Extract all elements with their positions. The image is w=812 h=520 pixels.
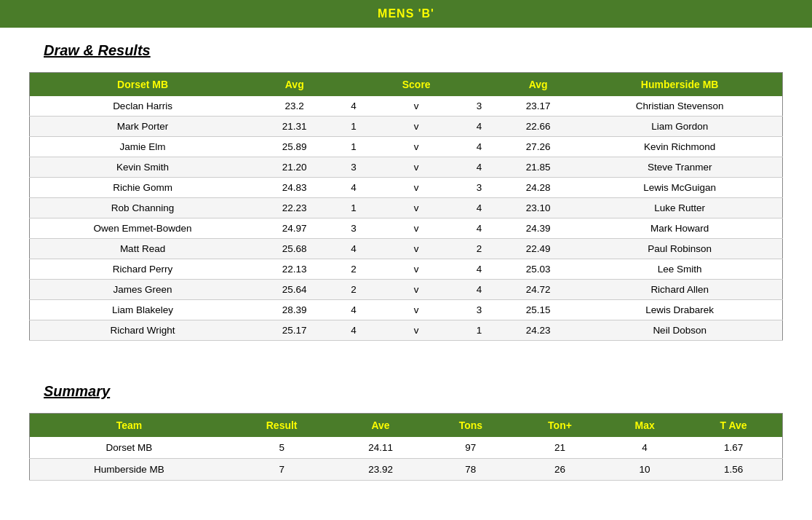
col-humberside-mb: Humberside MB [577, 73, 782, 97]
table-row: Owen Emmet-Bowden 24.97 3 v 4 24.39 Mark… [30, 218, 783, 239]
summary-team: Dorset MB [30, 437, 228, 459]
left-avg: 21.20 [255, 157, 333, 178]
summary-col-header: T Ave [685, 414, 782, 438]
left-score: 3 [333, 218, 373, 239]
left-player: Mark Porter [30, 117, 256, 137]
vs: v [373, 218, 459, 239]
left-avg: 21.31 [255, 117, 333, 137]
table-row: Liam Blakeley 28.39 4 v 3 25.15 Lewis Dr… [30, 300, 783, 320]
left-score: 1 [333, 137, 373, 157]
left-avg: 24.83 [255, 178, 333, 198]
right-avg: 24.23 [499, 320, 577, 341]
right-score: 4 [459, 137, 499, 157]
right-avg: 23.10 [499, 198, 577, 218]
right-player: Luke Rutter [577, 198, 782, 218]
left-player: Kevin Smith [30, 157, 256, 178]
left-avg: 25.17 [255, 320, 333, 341]
table-row: Richie Gomm 24.83 4 v 3 24.28 Lewis McGu… [30, 178, 783, 198]
right-avg: 24.72 [499, 280, 577, 300]
table-row: Richard Wright 25.17 4 v 1 24.23 Neil Do… [30, 320, 783, 341]
right-avg: 27.26 [499, 137, 577, 157]
right-avg: 24.39 [499, 218, 577, 239]
vs: v [373, 157, 459, 178]
col-avg-left: Avg [255, 73, 333, 97]
section2-title: Summary [44, 383, 812, 400]
right-player: Liam Gordon [577, 117, 782, 137]
right-player: Mark Howard [577, 218, 782, 239]
right-avg: 23.17 [499, 96, 577, 117]
left-player: Jamie Elm [30, 137, 256, 157]
left-player: James Green [30, 280, 256, 300]
summary-col-header: Ave [335, 414, 426, 438]
right-player: Neil Dobson [577, 320, 782, 341]
right-avg: 22.49 [499, 239, 577, 259]
section1-title: Draw & Results [44, 42, 812, 59]
left-score: 2 [333, 280, 373, 300]
summary-table: TeamResultAveTonsTon+MaxT Ave Dorset MB … [29, 413, 783, 481]
summary-ton-plus: 21 [515, 437, 605, 459]
summary-col-header: Max [605, 414, 685, 438]
right-score: 3 [459, 96, 499, 117]
summary-col-header: Tons [426, 414, 515, 438]
left-avg: 28.39 [255, 300, 333, 320]
summary-tons: 97 [426, 437, 515, 459]
right-score: 4 [459, 218, 499, 239]
summary-col-header: Team [30, 414, 228, 438]
right-score: 3 [459, 300, 499, 320]
summary-result: 7 [228, 459, 335, 481]
right-score: 4 [459, 157, 499, 178]
left-player: Owen Emmet-Bowden [30, 218, 256, 239]
vs: v [373, 259, 459, 280]
vs: v [373, 96, 459, 117]
right-player: Steve Tranmer [577, 157, 782, 178]
summary-t-ave: 1.56 [685, 459, 782, 481]
vs: v [373, 320, 459, 341]
left-score: 2 [333, 259, 373, 280]
vs: v [373, 178, 459, 198]
right-player: Christian Stevenson [577, 96, 782, 117]
table-row: Matt Read 25.68 4 v 2 22.49 Paul Robinso… [30, 239, 783, 259]
col-score: Score [373, 73, 459, 97]
right-player: Richard Allen [577, 280, 782, 300]
summary-result: 5 [228, 437, 335, 459]
summary-max: 4 [605, 437, 685, 459]
vs: v [373, 280, 459, 300]
summary-row: Humberside MB 7 23.92 78 26 10 1.56 [30, 459, 783, 481]
col-empty2 [459, 73, 499, 97]
left-player: Matt Read [30, 239, 256, 259]
left-score: 4 [333, 96, 373, 117]
left-score: 4 [333, 300, 373, 320]
vs: v [373, 137, 459, 157]
left-avg: 25.68 [255, 239, 333, 259]
right-player: Paul Robinson [577, 239, 782, 259]
right-avg: 21.85 [499, 157, 577, 178]
summary-tons: 78 [426, 459, 515, 481]
left-score: 4 [333, 239, 373, 259]
vs: v [373, 239, 459, 259]
left-score: 3 [333, 157, 373, 178]
left-avg: 25.89 [255, 137, 333, 157]
summary-team: Humberside MB [30, 459, 228, 481]
right-avg: 24.28 [499, 178, 577, 198]
vs: v [373, 117, 459, 137]
right-score: 4 [459, 280, 499, 300]
right-score: 4 [459, 259, 499, 280]
left-player: Richie Gomm [30, 178, 256, 198]
table-row: Declan Harris 23.2 4 v 3 23.17 Christian… [30, 96, 783, 117]
page-title: MENS 'B' [378, 7, 434, 20]
right-player: Lewis Drabarek [577, 300, 782, 320]
left-score: 4 [333, 320, 373, 341]
main-results-table: Dorset MB Avg Score Avg Humberside MB De… [29, 72, 783, 341]
left-avg: 25.64 [255, 280, 333, 300]
table-row: Richard Perry 22.13 2 v 4 25.03 Lee Smit… [30, 259, 783, 280]
right-avg: 22.66 [499, 117, 577, 137]
left-avg: 24.97 [255, 218, 333, 239]
left-player: Liam Blakeley [30, 300, 256, 320]
left-player: Richard Wright [30, 320, 256, 341]
left-player: Richard Perry [30, 259, 256, 280]
left-score: 1 [333, 198, 373, 218]
left-player: Declan Harris [30, 96, 256, 117]
right-avg: 25.03 [499, 259, 577, 280]
table-row: Jamie Elm 25.89 1 v 4 27.26 Kevin Richmo… [30, 137, 783, 157]
left-avg: 22.13 [255, 259, 333, 280]
